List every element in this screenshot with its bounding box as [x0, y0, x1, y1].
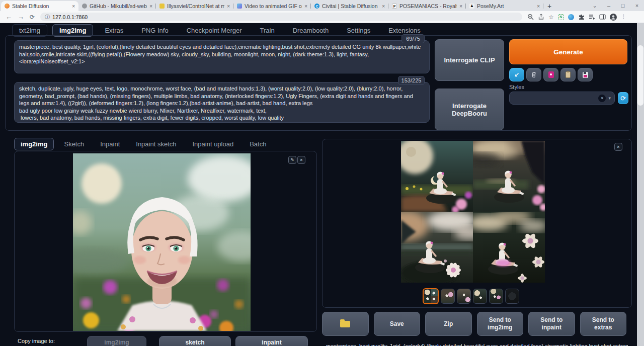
subtab-img2img[interactable]: img2img	[14, 138, 54, 150]
subtab-batch[interactable]: Batch	[244, 138, 272, 150]
share-icon[interactable]	[538, 14, 544, 20]
send-to-inpaint-button[interactable]: Send to inpaint	[528, 312, 575, 336]
close-icon: ×	[300, 157, 302, 162]
browser-menu-icon[interactable]: ⋮	[621, 14, 626, 20]
site-info-icon[interactable]: ⓘ	[45, 14, 50, 21]
send-to-img2img-button[interactable]: Send to img2img	[477, 312, 524, 336]
subtab-sketch[interactable]: Sketch	[58, 138, 90, 150]
tab-close-icon[interactable]: ×	[537, 4, 540, 9]
subtab-inpaint[interactable]: Inpaint	[94, 138, 126, 150]
chevron-down-icon[interactable]: ▾	[608, 96, 611, 101]
reading-list-icon[interactable]	[589, 14, 595, 20]
save-style-button[interactable]	[578, 68, 593, 81]
tab-search-icon[interactable]: ⌄	[588, 3, 602, 9]
copy-to-sketch-button[interactable]: sketch	[159, 336, 231, 346]
close-gallery-button[interactable]: ×	[614, 143, 622, 151]
tab-close-icon[interactable]: ×	[149, 4, 152, 9]
result-image-3[interactable]	[401, 212, 473, 283]
gif-converter-favicon	[237, 4, 242, 9]
thumbnail-3[interactable]	[457, 289, 471, 304]
tab-close-icon[interactable]: ×	[227, 4, 230, 9]
tab-png-info[interactable]: PNG Info	[135, 25, 175, 36]
result-image-4[interactable]	[473, 212, 545, 283]
sidebar-icon[interactable]	[599, 14, 606, 20]
posemaniacs-favicon: P	[392, 4, 397, 9]
clipboard-icon	[566, 71, 571, 78]
save-button[interactable]: Save	[374, 312, 421, 336]
extension-n-icon[interactable]: N	[558, 14, 564, 20]
tab-dreambooth[interactable]: Dreambooth	[286, 25, 336, 36]
tab-title: PoseMy.Art	[477, 3, 534, 9]
tab-extras[interactable]: Extras	[98, 25, 130, 36]
extra-networks-button[interactable]	[543, 68, 558, 81]
close-window-button[interactable]: ×	[630, 3, 644, 9]
subtab-inpaint-upload[interactable]: Inpaint upload	[186, 138, 239, 150]
styles-label: Styles	[509, 84, 524, 90]
thumbnail-1-selected[interactable]	[423, 288, 439, 304]
edit-image-button[interactable]: ✎	[288, 156, 296, 164]
result-image-2[interactable]	[473, 141, 545, 212]
subtab-inpaint-sketch[interactable]: Inpaint sketch	[130, 138, 182, 150]
address-bar[interactable]: ⓘ 127.0.0.1:7860	[40, 13, 522, 21]
tab-title: Civitai | Stable Diffusion models	[322, 3, 379, 9]
zip-button[interactable]: Zip	[425, 312, 472, 336]
thumbnail-5[interactable]	[489, 289, 503, 304]
scrollbar-thumb[interactable]	[637, 45, 643, 106]
styles-dropdown[interactable]: × ▾	[509, 92, 615, 105]
copy-to-img2img-button: img2img	[87, 336, 146, 346]
open-folder-button[interactable]	[322, 312, 369, 336]
reload-icon[interactable]: ⟳	[30, 14, 35, 20]
zoom-indicator-icon[interactable]	[527, 14, 534, 20]
result-image-grid[interactable]	[401, 141, 545, 283]
arrow-sw-icon: ↙	[514, 71, 519, 78]
copy-image-to-label: Copy image to:	[18, 338, 55, 344]
positive-prompt-input[interactable]: masterpiece, best quality, 1girl, (color…	[14, 40, 430, 73]
read-generation-params-button[interactable]: ↙	[509, 68, 524, 81]
result-image-1[interactable]	[401, 141, 473, 212]
browser-tab-gif-converter[interactable]: Video to animated GIF converter ×	[233, 1, 311, 11]
tab-close-icon[interactable]: ×	[459, 4, 462, 9]
browser-tab-github[interactable]: GitHub - Mikubill/sd-webui-con ×	[78, 1, 156, 11]
remove-image-button[interactable]: ×	[297, 156, 305, 164]
interrogate-clip-button[interactable]: Interrogate CLIP	[435, 39, 504, 81]
back-icon[interactable]: ←	[6, 14, 12, 20]
browser-tab-posemyart[interactable]: ♟ PoseMy.Art ×	[466, 1, 543, 11]
tab-train[interactable]: Train	[254, 25, 281, 36]
folder-icon	[340, 321, 350, 327]
send-to-extras-button[interactable]: Send to extras	[580, 312, 627, 336]
browser-tab-posemaniacs[interactable]: P POSEMANIACS - Royalty free 3 ×	[388, 1, 466, 11]
source-image[interactable]	[73, 153, 251, 331]
tab-close-icon[interactable]: ×	[304, 4, 307, 9]
browser-tab-civitai[interactable]: C Civitai | Stable Diffusion models ×	[311, 1, 388, 11]
thumbnail-4[interactable]	[473, 289, 487, 304]
tab-settings[interactable]: Settings	[340, 25, 377, 36]
extension-blue-icon[interactable]	[568, 14, 574, 20]
thumbnail-6[interactable]	[505, 289, 519, 304]
extensions-puzzle-icon[interactable]	[578, 14, 585, 20]
clear-prompt-button[interactable]	[526, 68, 541, 81]
tab-close-icon[interactable]: ×	[382, 4, 385, 9]
tab-checkpoint-merger[interactable]: Checkpoint Merger	[180, 25, 249, 36]
generate-button[interactable]: Generate	[509, 39, 627, 64]
browser-tab-controlnet[interactable]: Illyasviel/ControlNet at main ×	[156, 1, 233, 11]
maximize-button[interactable]: □	[616, 3, 630, 9]
clear-styles-icon[interactable]: ×	[598, 95, 606, 102]
tab-title: Illyasviel/ControlNet at main	[167, 3, 224, 9]
generation-info-text: masterpiece, best quality, 1girl, (color…	[326, 343, 628, 346]
tab-close-icon[interactable]: ×	[72, 4, 75, 9]
minimize-button[interactable]: –	[602, 3, 616, 9]
refresh-styles-button[interactable]: ⟳	[618, 92, 628, 104]
negative-prompt-input[interactable]: sketch, duplicate, ugly, huge eyes, text…	[14, 82, 430, 123]
bookmark-star-icon[interactable]: ☆	[548, 14, 554, 20]
profile-avatar[interactable]	[610, 14, 617, 21]
browser-tab-stable-diffusion[interactable]: Stable Diffusion ×	[1, 1, 78, 11]
forward-icon[interactable]: →	[18, 14, 24, 20]
browser-tab-strip: Stable Diffusion × GitHub - Mikubill/sd-…	[0, 0, 644, 11]
posemyart-favicon: ♟	[469, 4, 474, 9]
copy-to-inpaint-button[interactable]: inpaint	[235, 336, 308, 346]
thumbnail-2[interactable]	[441, 289, 455, 304]
floppy-save-icon	[583, 72, 588, 78]
apply-style-button[interactable]	[560, 68, 576, 81]
new-tab-button[interactable]: +	[547, 2, 551, 10]
interrogate-deepbooru-button[interactable]: Interrogate DeepBooru	[435, 89, 504, 130]
